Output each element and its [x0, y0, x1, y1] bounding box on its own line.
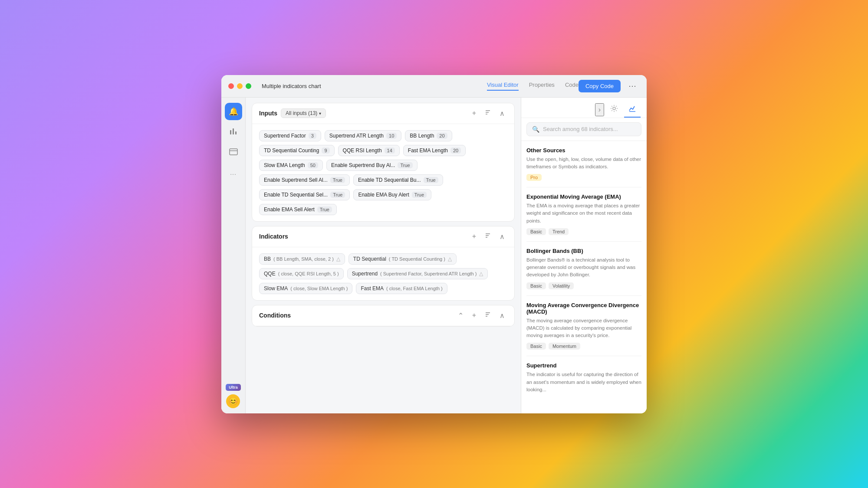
- tab-visual-editor[interactable]: Visual Editor: [487, 82, 519, 91]
- chip-bb[interactable]: BB ( BB Length, SMA, close, 2 ) △: [259, 253, 345, 265]
- conditions-section-title: Conditions: [259, 312, 291, 319]
- supertrend-alert-icon: △: [479, 271, 483, 277]
- more-button[interactable]: ⋯: [625, 79, 640, 92]
- more-icon: ⋯: [628, 82, 636, 90]
- maximize-button[interactable]: [246, 83, 251, 89]
- card-icon: [229, 148, 238, 157]
- chip-bb-length[interactable]: BB Length 20: [405, 130, 452, 141]
- indicator-name-bb: Bollinger Bands (BB): [526, 248, 641, 254]
- chip-slow-ema[interactable]: Slow EMA ( close, Slow EMA Length ): [259, 283, 352, 294]
- chip-qqe[interactable]: QQE ( close, QQE RSI Length, 5 ): [259, 268, 344, 279]
- bb-alert-icon: △: [336, 256, 340, 262]
- svg-rect-3: [230, 149, 237, 155]
- titlebar-actions: Copy Code ⋯: [579, 79, 640, 92]
- main-window: Multiple indicators chart Visual Editor …: [221, 75, 647, 413]
- close-button[interactable]: [228, 83, 234, 89]
- indicators-add-button[interactable]: +: [470, 232, 479, 241]
- indicator-card-other-sources: Other Sources Use the open, high, low, c…: [526, 141, 641, 188]
- tag-pro: Pro: [526, 174, 542, 181]
- sidebar-item-bell[interactable]: 🔔: [225, 103, 242, 120]
- conditions-section-header: Conditions ⌃ + ∧: [252, 305, 514, 326]
- sidebar: 🔔 ··: [221, 98, 246, 413]
- indicators-section-body: BB ( BB Length, SMA, close, 2 ) △ TD Seq…: [252, 247, 514, 300]
- indicator-card-macd: Moving Average Convergence Divergence (M…: [526, 296, 641, 357]
- tags-row: Pro: [526, 174, 641, 181]
- chip-td-sequential[interactable]: TD Sequential ( TD Sequential Counting )…: [349, 253, 457, 265]
- chart-icon: [229, 127, 238, 138]
- bell-icon: 🔔: [229, 107, 238, 116]
- middle-panel: Inputs All inputs (13) ▾ +: [246, 98, 521, 413]
- chip-enable-ema-buy[interactable]: Enable EMA Buy Alert True: [353, 189, 431, 200]
- indicators-section-title: Indicators: [259, 233, 288, 240]
- sidebar-item-chart[interactable]: [225, 124, 242, 141]
- indicator-desc-supertrend: The indicator is useful for capturing th…: [526, 371, 641, 393]
- indicators-sort-button[interactable]: [482, 232, 493, 241]
- indicator-card-supertrend: Supertrend The indicator is useful for c…: [526, 356, 641, 403]
- indicators-list: Other Sources Use the open, high, low, c…: [521, 141, 647, 413]
- chip-supertrend[interactable]: Supertrend ( Supertrend Factor, Supertre…: [347, 268, 488, 279]
- inputs-sort-button[interactable]: [482, 108, 493, 118]
- indicator-search-input[interactable]: [543, 126, 636, 132]
- indicator-card-bb: Bollinger Bands (BB) Bollinger Bands® is…: [526, 242, 641, 296]
- chip-enable-supertrend-buy[interactable]: Enable Supertrend Buy Al... True: [326, 160, 418, 171]
- search-icon: 🔍: [532, 126, 539, 133]
- tab-properties[interactable]: Properties: [529, 82, 555, 91]
- avatar: 😊: [226, 394, 240, 408]
- filter-chevron: ▾: [319, 111, 321, 116]
- search-box: 🔍: [521, 118, 647, 141]
- tag-trend: Trend: [549, 228, 569, 235]
- chip-enable-supertrend-sell[interactable]: Enable Supertrend Sell Al... True: [259, 174, 350, 186]
- chip-supertrend-atr[interactable]: Supertrend ATR Length 10: [325, 130, 401, 141]
- sidebar-item-card[interactable]: [225, 144, 242, 162]
- traffic-lights: [228, 83, 251, 89]
- window-title: Multiple indicators chart: [258, 83, 487, 89]
- minimize-button[interactable]: [237, 83, 243, 89]
- svg-rect-1: [233, 128, 234, 134]
- right-tab-chart[interactable]: [624, 102, 641, 118]
- ultra-badge: Ultra: [226, 384, 241, 391]
- tab-group: Visual Editor Properties Code: [487, 82, 579, 91]
- tab-code[interactable]: Code: [565, 82, 579, 91]
- chip-slow-ema-length[interactable]: Slow EMA Length 50: [259, 160, 323, 171]
- chip-supertrend-factor[interactable]: Supertrend Factor 3: [259, 130, 321, 141]
- inputs-header-actions: + ∧: [470, 108, 507, 118]
- ellipsis-icon: ···: [230, 170, 237, 177]
- conditions-sort-button[interactable]: [482, 311, 493, 320]
- tag-basic: Basic: [526, 228, 546, 235]
- indicators-section-header: Indicators + ∧: [252, 226, 514, 247]
- chip-qqe-rsi-length[interactable]: QQE RSI Length 14: [338, 145, 400, 156]
- inputs-add-button[interactable]: +: [470, 108, 479, 118]
- sidebar-item-more[interactable]: ···: [225, 165, 242, 183]
- chip-fast-ema-length[interactable]: Fast EMA Length 20: [403, 145, 466, 156]
- main-content: 🔔 ··: [221, 98, 647, 413]
- indicator-desc-bb: Bollinger Bands® is a technical analysis…: [526, 256, 641, 279]
- inputs-section-title: Inputs: [259, 110, 277, 117]
- inputs-section-header: Inputs All inputs (13) ▾ +: [252, 103, 514, 124]
- indicator-card-ema: Exponential Moving Average (EMA) The EMA…: [526, 187, 641, 242]
- indicator-name-macd: Moving Average Convergence Divergence (M…: [526, 302, 641, 315]
- conditions-collapse-button[interactable]: ∧: [497, 311, 507, 321]
- right-panel: › 🔍: [521, 98, 647, 413]
- indicator-desc: Use the open, high, low, close, volume d…: [526, 156, 641, 171]
- copy-code-button[interactable]: Copy Code: [579, 80, 621, 92]
- inputs-collapse-button[interactable]: ∧: [497, 108, 507, 118]
- tags-row-ema: Basic Trend: [526, 228, 641, 235]
- right-panel-toggle[interactable]: ›: [595, 103, 604, 116]
- indicators-collapse-button[interactable]: ∧: [497, 232, 507, 242]
- tag-basic-bb: Basic: [526, 282, 546, 289]
- inputs-filter-badge[interactable]: All inputs (13) ▾: [281, 108, 326, 118]
- titlebar: Multiple indicators chart Visual Editor …: [221, 75, 647, 98]
- conditions-add-button[interactable]: +: [470, 311, 479, 320]
- chip-enable-td-seq-buy[interactable]: Enable TD Sequential Bu... True: [353, 174, 443, 186]
- conditions-expand-button[interactable]: ⌃: [455, 311, 466, 321]
- chip-enable-ema-sell[interactable]: Enable EMA Sell Alert True: [259, 204, 337, 215]
- inputs-section: Inputs All inputs (13) ▾ +: [252, 103, 515, 222]
- chip-enable-td-seq-sell[interactable]: Enable TD Sequential Sel... True: [259, 189, 350, 200]
- search-input-wrapper: 🔍: [526, 122, 641, 136]
- chip-fast-ema[interactable]: Fast EMA ( close, Fast EMA Length ): [356, 283, 447, 294]
- right-tab-settings[interactable]: [606, 102, 622, 118]
- indicator-desc-macd: The moving average convergence divergenc…: [526, 317, 641, 340]
- right-panel-tabs: ›: [521, 98, 647, 118]
- tag-basic-macd: Basic: [526, 343, 546, 350]
- chip-td-sequential-counting[interactable]: TD Sequential Counting 9: [259, 145, 335, 156]
